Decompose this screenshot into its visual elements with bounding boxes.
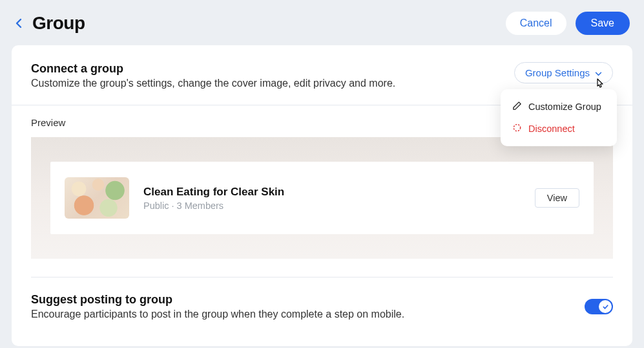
connect-title: Connect a group (31, 62, 395, 76)
preview-box: Clean Eating for Clear Skin Public · 3 M… (31, 137, 613, 259)
dropdown-customize-label: Customize Group (528, 102, 601, 112)
suggest-title: Suggest posting to group (31, 293, 404, 307)
dropdown-disconnect[interactable]: Disconnect (501, 118, 617, 140)
cancel-button[interactable]: Cancel (506, 12, 566, 35)
group-thumbnail (65, 177, 129, 219)
divider (31, 277, 613, 277)
connect-desc: Customize the group's settings, change t… (31, 78, 395, 89)
preview-card: Clean Eating for Clear Skin Public · 3 M… (50, 162, 594, 234)
disconnect-icon (512, 123, 522, 135)
svg-point-0 (514, 124, 520, 131)
toggle-knob (599, 300, 612, 313)
chevron-down-icon (595, 67, 602, 78)
group-name: Clean Eating for Clear Skin (143, 186, 521, 199)
group-settings-dropdown: Customize Group Disconnect (501, 89, 617, 146)
group-settings-button[interactable]: Group Settings (514, 62, 613, 83)
group-meta: Public · 3 Members (143, 201, 521, 211)
group-settings-label: Group Settings (525, 67, 590, 78)
check-icon (602, 303, 609, 310)
back-arrow-icon[interactable] (14, 18, 23, 28)
dropdown-disconnect-label: Disconnect (528, 124, 575, 134)
suggest-toggle[interactable] (585, 299, 613, 314)
page-title: Group (32, 13, 85, 34)
view-button[interactable]: View (535, 188, 579, 208)
save-button[interactable]: Save (576, 12, 630, 35)
pencil-icon (512, 101, 522, 113)
suggest-desc: Encourage participants to post in the gr… (31, 309, 404, 320)
dropdown-customize-group[interactable]: Customize Group (501, 96, 617, 118)
